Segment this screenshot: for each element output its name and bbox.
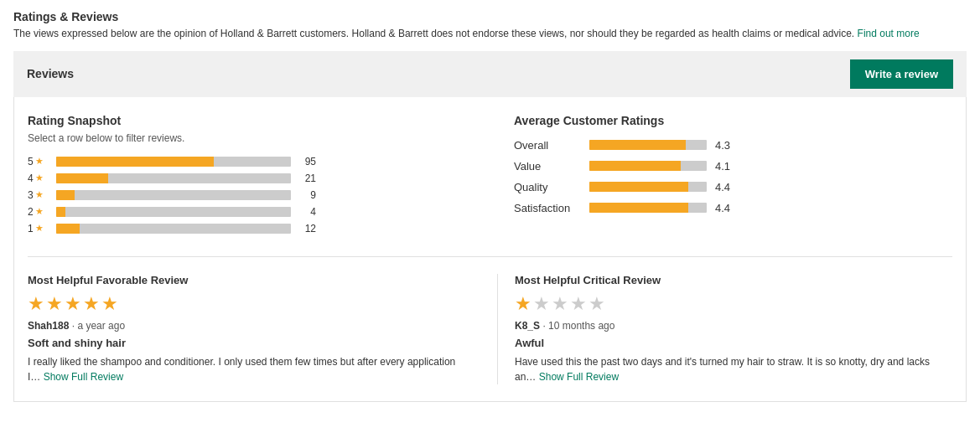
favorable-review-text: I really liked the shampoo and condition… — [28, 354, 464, 384]
avg-label-satisfaction: Satisfaction — [514, 202, 581, 214]
avg-value-satisfaction: 4.4 — [715, 202, 739, 214]
fav-star-1: ★ — [28, 293, 44, 315]
avg-row-quality: Quality 4.4 — [514, 181, 952, 193]
avg-row-overall: Overall 4.3 — [514, 139, 952, 152]
favorable-review-summary: Soft and shiny hair — [28, 337, 464, 349]
fav-star-4: ★ — [83, 293, 100, 315]
snapshot-subtitle: Select a row below to filter reviews. — [28, 132, 464, 144]
write-review-button[interactable]: Write a review — [850, 59, 953, 89]
critical-review-text: Have used this the past two days and it'… — [515, 354, 952, 384]
fav-star-3: ★ — [65, 293, 81, 315]
avg-label-value: Value — [514, 160, 581, 173]
bar-fill-1 — [56, 224, 80, 234]
bar-count-3: 9 — [296, 189, 316, 201]
bar-fill-4 — [56, 173, 108, 183]
crit-star-3: ★ — [552, 293, 568, 315]
avg-bar-fill-quality — [589, 182, 688, 192]
favorable-reviewer-time: a year ago — [77, 320, 125, 332]
favorable-show-full-link[interactable]: Show Full Review — [44, 371, 123, 383]
critical-review-section: Most Helpful Critical Review ★ ★ ★ ★ ★ K… — [497, 274, 952, 384]
avg-bar-bg-satisfaction — [589, 203, 707, 213]
critical-review-summary: Awful — [515, 337, 952, 349]
crit-star-1: ★ — [515, 293, 531, 315]
rating-snapshot-section: Rating Snapshot Select a row below to fi… — [28, 114, 497, 240]
bar-bg-1 — [56, 224, 291, 234]
reviews-label: Reviews — [27, 67, 74, 80]
avg-label-overall: Overall — [514, 139, 581, 152]
star-icon-5: ★ — [35, 156, 44, 167]
critical-review-stars: ★ ★ ★ ★ ★ — [515, 293, 952, 315]
bar-bg-2 — [56, 207, 291, 217]
critical-reviewer-info: K8_S · 10 months ago — [515, 320, 952, 332]
star-label-2: 2 ★ — [28, 206, 51, 218]
disclaimer-text: The views expressed below are the opinio… — [13, 27, 967, 41]
bar-bg-3 — [56, 190, 291, 200]
critical-show-full-link[interactable]: Show Full Review — [539, 371, 619, 383]
star-icon-3: ★ — [35, 189, 44, 200]
avg-bar-fill-overall — [589, 140, 686, 150]
critical-reviewer-name: K8_S — [515, 320, 540, 332]
avg-bar-fill-satisfaction — [589, 203, 688, 213]
avg-value-quality: 4.4 — [715, 181, 739, 193]
avg-row-value: Value 4.1 — [514, 160, 952, 173]
avg-bar-bg-quality — [589, 182, 707, 192]
critical-section-title: Most Helpful Critical Review — [515, 274, 952, 286]
bar-fill-3 — [56, 190, 75, 200]
avg-bar-bg-value — [589, 161, 707, 171]
bar-fill-2 — [56, 207, 65, 217]
favorable-reviewer-name: Shah188 — [28, 320, 69, 332]
avg-value-overall: 4.3 — [715, 139, 739, 152]
favorable-section-title: Most Helpful Favorable Review — [28, 274, 464, 286]
star-label-4: 4 ★ — [28, 173, 51, 184]
star-icon-1: ★ — [35, 223, 44, 234]
star-row-2[interactable]: 2 ★ 4 — [28, 206, 464, 218]
bar-count-4: 21 — [296, 173, 316, 184]
star-icon-4: ★ — [35, 173, 44, 183]
snapshot-title: Rating Snapshot — [28, 114, 464, 127]
star-label-5: 5 ★ — [28, 156, 51, 167]
avg-ratings-title: Average Customer Ratings — [514, 114, 952, 127]
fav-star-2: ★ — [46, 293, 63, 315]
avg-bar-bg-overall — [589, 140, 707, 150]
avg-row-satisfaction: Satisfaction 4.4 — [514, 202, 952, 214]
star-row-5[interactable]: 5 ★ 95 — [28, 156, 464, 167]
content-area: Rating Snapshot Select a row below to fi… — [13, 97, 967, 402]
crit-star-2: ★ — [533, 293, 550, 315]
star-row-4[interactable]: 4 ★ 21 — [28, 173, 464, 184]
page-title: Ratings & Reviews — [13, 10, 967, 23]
star-label-3: 3 ★ — [28, 189, 51, 201]
bar-count-5: 95 — [296, 156, 316, 167]
crit-star-5: ★ — [589, 293, 605, 315]
bar-bg-5 — [56, 157, 291, 167]
favorable-review-stars: ★ ★ ★ ★ ★ — [28, 293, 464, 315]
fav-star-5: ★ — [101, 293, 118, 315]
average-ratings-section: Average Customer Ratings Overall 4.3 Val… — [497, 114, 952, 240]
section-divider — [28, 256, 952, 257]
bar-count-1: 12 — [296, 223, 316, 234]
avg-label-quality: Quality — [514, 181, 581, 193]
reviews-header-bar: Reviews Write a review — [13, 51, 967, 97]
favorable-reviewer-info: Shah188 · a year ago — [28, 320, 464, 332]
bar-bg-4 — [56, 173, 291, 183]
avg-value-value: 4.1 — [715, 160, 739, 173]
critical-reviewer-time: 10 months ago — [548, 320, 614, 332]
bar-count-2: 4 — [296, 206, 316, 218]
star-label-1: 1 ★ — [28, 223, 51, 234]
find-out-more-link[interactable]: Find out more — [858, 28, 920, 39]
star-row-1[interactable]: 1 ★ 12 — [28, 223, 464, 234]
bar-fill-5 — [56, 157, 214, 167]
favorable-review-section: Most Helpful Favorable Review ★ ★ ★ ★ ★ … — [28, 274, 497, 384]
avg-bar-fill-value — [589, 161, 681, 171]
top-two-col: Rating Snapshot Select a row below to fi… — [28, 114, 952, 240]
star-icon-2: ★ — [35, 206, 44, 217]
crit-star-4: ★ — [570, 293, 587, 315]
star-row-3[interactable]: 3 ★ 9 — [28, 189, 464, 201]
reviews-bottom: Most Helpful Favorable Review ★ ★ ★ ★ ★ … — [28, 274, 952, 384]
